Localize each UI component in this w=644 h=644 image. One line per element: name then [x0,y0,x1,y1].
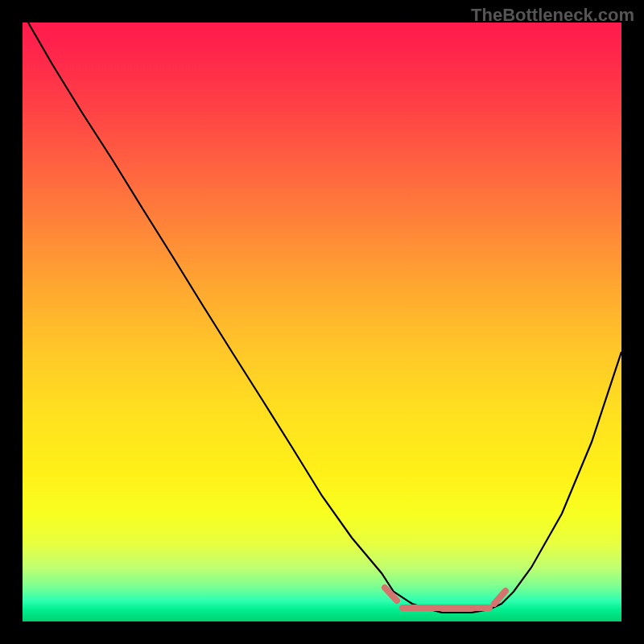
bottleneck-curve [28,23,621,613]
highlight-marker-left [385,588,397,601]
watermark-text: TheBottleneck.com [471,5,634,26]
plot-area [23,23,621,621]
chart-svg [23,23,621,621]
